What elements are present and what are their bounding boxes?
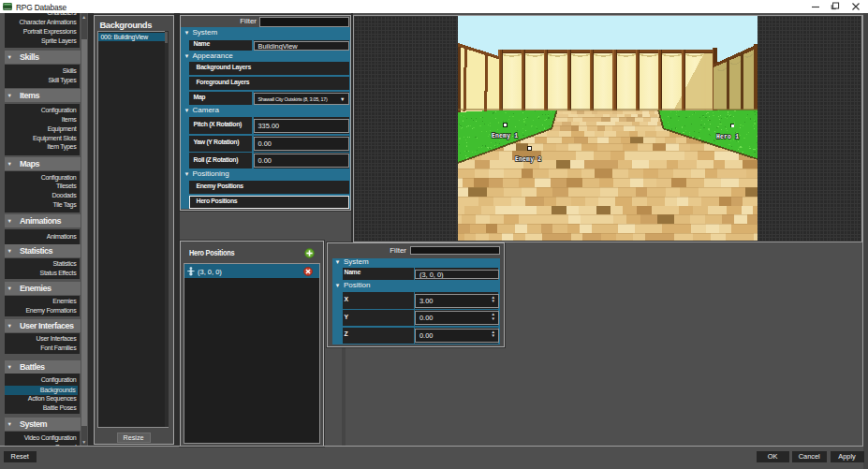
- svg-text:Enemy 2: Enemy 2: [515, 156, 541, 163]
- svg-text:Hero 1: Hero 1: [716, 134, 739, 140]
- svg-text:Enemy 1: Enemy 1: [492, 133, 518, 139]
